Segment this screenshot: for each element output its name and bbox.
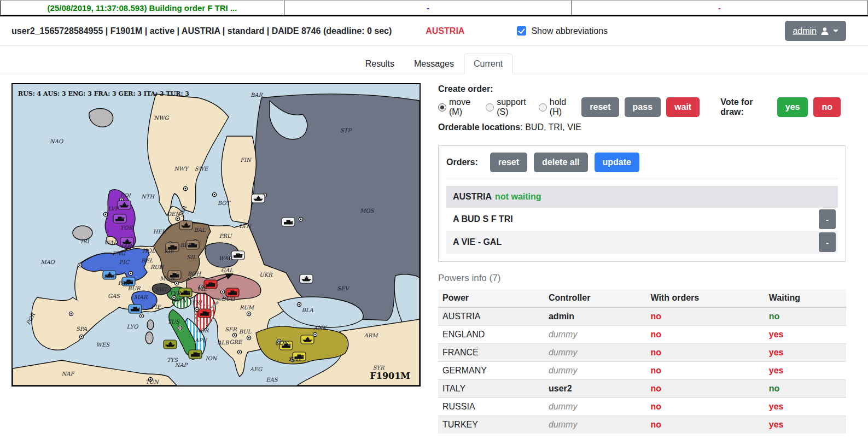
- wait-button[interactable]: wait: [666, 97, 700, 117]
- power-cell: AUSTRIA: [438, 307, 544, 326]
- map-label-eas: EAS: [266, 377, 278, 383]
- map-label-wal: WAL: [104, 239, 117, 245]
- supply-center-dot: [183, 186, 187, 190]
- controller-cell: dummy: [544, 398, 646, 416]
- orders-power-row: AUSTRIA not waiting: [446, 186, 838, 208]
- reset-button[interactable]: reset: [581, 97, 619, 117]
- admin-menu-button[interactable]: admin: [785, 21, 846, 41]
- power-cell: RUSSIA: [438, 398, 544, 416]
- fleet-unit-rus[interactable]: [252, 194, 265, 203]
- map-label-tyr: TYR: [170, 290, 182, 296]
- powers-col-waiting: Waiting: [765, 289, 846, 307]
- orders-power-name: AUSTRIA: [453, 192, 492, 202]
- order-type-option-support: support (S): [486, 97, 530, 117]
- radio-move[interactable]: [438, 103, 446, 112]
- powers-row-turkey: TURKEYdummynoyes: [438, 416, 846, 434]
- supply-center-dot: [299, 217, 302, 221]
- map-label-bel: BEL: [141, 257, 153, 264]
- orders-reset-button[interactable]: reset: [490, 153, 527, 172]
- tab-results[interactable]: Results: [356, 54, 404, 74]
- radio-label: hold (H): [550, 97, 573, 117]
- remove-order-button[interactable]: -: [819, 232, 836, 252]
- tab-messages[interactable]: Messages: [404, 54, 464, 74]
- with-orders-cell: no: [646, 398, 764, 416]
- power-cell: ENGLAND: [438, 326, 544, 344]
- map-label-nth: NTH: [141, 194, 155, 200]
- army-unit-rus[interactable]: [282, 218, 295, 226]
- tab-current[interactable]: Current: [464, 54, 512, 74]
- army-unit-rus[interactable]: [231, 251, 244, 260]
- powers-table: PowerControllerWith ordersWaiting AUSTRI…: [438, 289, 846, 434]
- with-orders-cell: no: [646, 344, 764, 362]
- map-label-sev: SEV: [337, 285, 350, 291]
- fleet-unit-tur[interactable]: [301, 335, 314, 344]
- show-abbreviations-checkbox[interactable]: [517, 26, 526, 36]
- map-label-hel: HEL: [153, 229, 166, 235]
- waiting-cell: yes: [765, 362, 846, 380]
- pass-button[interactable]: pass: [625, 97, 661, 117]
- radio-support[interactable]: [486, 103, 494, 112]
- supply-center-dot: [129, 271, 132, 275]
- fleet-unit-ger[interactable]: [179, 221, 193, 230]
- map-label-den: DEN: [167, 211, 181, 217]
- orders-delete-all-button[interactable]: delete all: [534, 153, 587, 172]
- map-label-adr: ADR: [196, 327, 209, 333]
- diplomacy-map[interactable]: NAONWGBARSTPMOSFINBOTSWENWYNTHSKADENHELB…: [11, 83, 421, 387]
- user-icon: [820, 27, 829, 36]
- map-label-naf: NAF: [62, 371, 75, 377]
- orders-update-button[interactable]: update: [595, 153, 639, 172]
- order-row: A VIE - GAL-: [446, 231, 838, 254]
- caret-down-icon: [833, 30, 838, 32]
- map-label-smy: SMY: [288, 356, 302, 362]
- map-label-bul: BUL: [239, 329, 252, 335]
- orderable-locations: Orderable locations: BUD, TRI, VIE: [438, 122, 846, 132]
- army-unit-ita[interactable]: [189, 350, 202, 359]
- vote-yes-button[interactable]: yes: [777, 97, 808, 117]
- create-order-title: Create order:: [438, 84, 846, 94]
- status-cell-middle: -: [284, 1, 572, 15]
- with-orders-cell: no: [646, 362, 764, 380]
- current-power-label: AUSTRIA: [426, 26, 464, 36]
- army-unit-aus[interactable]: [198, 309, 211, 318]
- admin-username: admin: [793, 26, 817, 36]
- show-abbreviations-label: Show abbreviations: [531, 26, 608, 36]
- powers-row-italy: ITALYuser2nono: [438, 380, 846, 398]
- army-unit-eng[interactable]: [113, 214, 126, 223]
- map-label-bud: BUD: [222, 296, 235, 302]
- powers-row-russia: RUSSIAdummynoyes: [438, 398, 846, 416]
- radio-hold[interactable]: [539, 103, 547, 112]
- map-label-vie: VIE: [197, 286, 208, 292]
- orderable-locations-values: : BUD, TRI, VIE: [520, 122, 581, 132]
- fleet-unit-rus[interactable]: [300, 274, 313, 283]
- map-label-ber: BER: [180, 242, 193, 248]
- waiting-cell: yes: [765, 398, 846, 416]
- supply-center-dot: [176, 216, 179, 220]
- supply-center-dot: [212, 192, 216, 196]
- map-label-nao: NAO: [50, 138, 63, 144]
- fleet-unit-eng[interactable]: [118, 201, 131, 209]
- map-label-bla: BLA: [301, 307, 313, 313]
- map-label-bal: BAL: [194, 227, 206, 233]
- map-label-pie: PIE: [151, 304, 162, 310]
- remove-order-button[interactable]: -: [819, 209, 836, 229]
- map-label-mao: MAO: [40, 259, 55, 265]
- map-label-war: WAR: [219, 255, 233, 261]
- vote-no-button[interactable]: no: [813, 97, 841, 117]
- map-label-gas: GAS: [108, 293, 120, 299]
- map-label-eng: ENG: [112, 250, 126, 256]
- map-label-fin: FIN: [240, 157, 252, 163]
- with-orders-cell: no: [646, 380, 764, 398]
- map-label-ruh: RUH: [150, 264, 165, 270]
- vote-for-draw-label: Vote for draw:: [720, 97, 770, 117]
- army-unit-fra[interactable]: [129, 305, 142, 313]
- map-label-syr: SYR: [373, 365, 385, 371]
- fleet-unit-ita[interactable]: [164, 340, 177, 349]
- power-cell: GERMANY: [438, 362, 544, 380]
- map-label-boh: BOH: [188, 271, 202, 277]
- map-label-swe: SWE: [195, 166, 209, 172]
- army-unit-ita[interactable]: [179, 288, 192, 297]
- map-label-wes: WES: [96, 342, 110, 348]
- with-orders-cell: no: [646, 307, 764, 326]
- map-label-lvp: LVP: [108, 206, 119, 212]
- controller-cell: admin: [544, 307, 646, 326]
